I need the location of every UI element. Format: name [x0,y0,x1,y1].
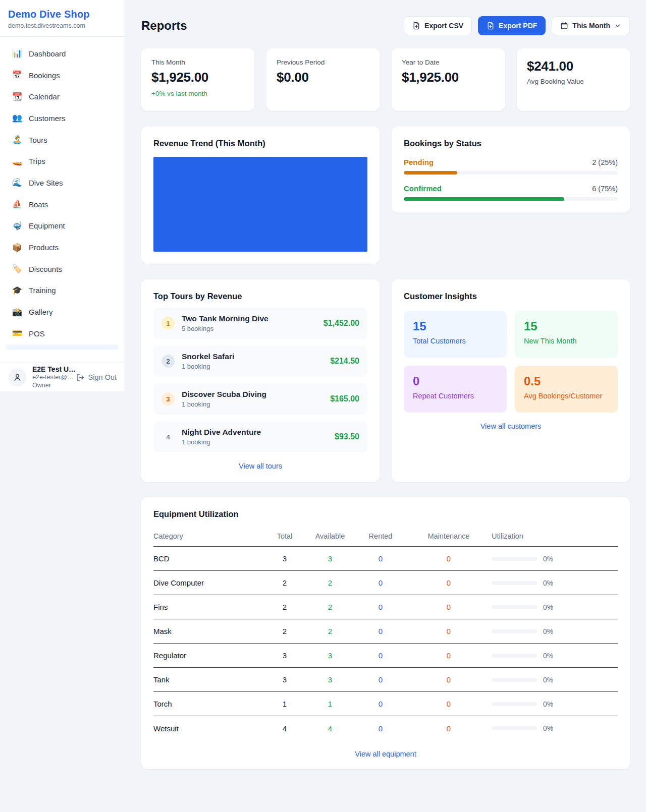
top-tours-title: Top Tours by Revenue [153,292,367,301]
tag-icon: 🏷️ [12,265,22,273]
equipment-table: Category Total Available Rented Maintena… [153,526,618,740]
dashboard-icon: 📊 [12,49,22,57]
tour-revenue: $214.50 [330,357,359,366]
sidebar-item-calendar[interactable]: 📆 Calendar [6,86,119,107]
stat-label: Avg Booking Value [527,78,620,85]
camera-icon: 📸 [12,308,22,316]
sidebar-item-equipment[interactable]: 🤿 Equipment [6,215,119,237]
sidebar-item-reports-partial[interactable] [6,344,119,350]
cell-total: 4 [264,724,305,733]
stat-card-year-to-date: Year to Date $1,925.00 [392,48,505,111]
cell-utilization: 0% [492,724,618,732]
column-header-total: Total [264,532,305,540]
revenue-trend-card: Revenue Trend (This Month) [141,127,380,264]
sidebar-item-gallery[interactable]: 📸 Gallery [6,301,119,323]
cell-category: Fins [153,603,264,611]
cell-utilization: 0% [492,579,618,587]
package-icon: 📦 [12,244,22,252]
utilization-bar [492,581,537,585]
insight-value: 15 [524,319,609,333]
cell-available: 2 [305,603,355,611]
utilization-pct: 0% [543,579,553,587]
sidebar-item-bookings[interactable]: 📅 Bookings [6,65,119,86]
sidebar-item-dashboard[interactable]: 📊 Dashboard [6,43,119,65]
sidebar-item-label: Calendar [29,92,60,101]
header-actions: Export CSV Export PDF This Month [404,16,630,35]
status-progressbar [404,197,618,201]
insight-label: New This Month [524,337,609,345]
cell-available: 1 [305,700,355,708]
brand-name: Demo Dive Shop [8,9,117,20]
brand: Demo Dive Shop demo.test.divestreams.com [0,0,125,37]
cell-available: 2 [305,627,355,635]
cell-available: 3 [305,554,355,563]
sidebar-item-boats[interactable]: ⛵ Boats [6,194,119,215]
sidebar-item-label: Bookings [29,71,60,80]
cell-total: 3 [264,651,305,660]
sidebar-item-products[interactable]: 📦 Products [6,237,119,258]
cell-maintenance: 0 [406,651,492,660]
sidebar-nav: 📊 Dashboard 📅 Bookings 📆 Calendar 👥 Cust… [0,37,125,363]
sidebar-item-customers[interactable]: 👥 Customers [6,107,119,129]
island-icon: 🏝️ [12,136,22,144]
table-row-tank: Tank 3 3 0 0 0% [153,668,618,692]
rank-badge: 3 [162,392,175,405]
cell-total: 2 [264,578,305,587]
table-row-dive-computer: Dive Computer 2 2 0 0 0% [153,571,618,595]
sidebar-item-discounts[interactable]: 🏷️ Discounts [6,258,119,280]
export-pdf-button[interactable]: Export PDF [478,16,546,35]
cell-utilization: 0% [492,700,618,708]
column-header-maintenance: Maintenance [406,532,492,540]
utilization-pct: 0% [543,555,553,563]
stat-card-avg-booking-value: $241.00 Avg Booking Value [517,48,630,111]
sidebar-item-training[interactable]: 🎓 Training [6,280,119,302]
utilization-bar [492,654,537,658]
cell-maintenance: 0 [406,700,492,708]
table-row-bcd: BCD 3 3 0 0 0% [153,547,618,571]
view-all-equipment-link[interactable]: View all equipment [153,750,618,758]
tour-row: 3 Discover Scuba Diving 1 booking $165.0… [153,383,367,415]
row-tours-insights: Top Tours by Revenue 1 Two Tank Morning … [141,279,630,482]
sidebar-item-trips[interactable]: 🚤 Trips [6,150,119,172]
utilization-pct: 0% [543,724,553,732]
main-content: Reports Export CSV Export PDF This Month [125,0,646,785]
tour-name: Night Dive Adventure [182,428,328,437]
status-row-confirmed: Confirmed 6 (75%) [404,184,618,201]
column-header-rented: Rented [355,532,406,540]
cell-category: Wetsuit [153,724,264,733]
status-progress-fill [404,171,457,175]
column-header-category: Category [153,532,264,540]
bookings-calendar-icon: 📅 [12,71,22,79]
sidebar-item-dive-sites[interactable]: 🌊 Dive Sites [6,172,119,194]
cell-available: 3 [305,651,355,660]
sidebar-item-tours[interactable]: 🏝️ Tours [6,129,119,151]
insight-value: 0 [413,374,498,388]
equipment-table-header: Category Total Available Rented Maintena… [153,526,618,547]
sidebar-item-pos[interactable]: 💳 POS [6,323,119,344]
view-all-tours-link[interactable]: View all tours [153,462,367,470]
sign-out-button[interactable]: Sign Out [76,373,117,382]
table-row-regulator: Regulator 3 3 0 0 0% [153,644,618,668]
status-label: Confirmed [404,184,442,193]
sidebar-item-label: Dashboard [29,49,66,58]
table-row-wetsuit: Wetsuit 4 4 0 0 0% [153,716,618,740]
utilization-bar [492,726,537,730]
export-csv-button[interactable]: Export CSV [404,16,472,35]
period-dropdown[interactable]: This Month [552,16,630,35]
utilization-pct: 0% [543,627,553,635]
tour-revenue: $165.00 [330,394,359,403]
insight-value: 15 [413,319,498,333]
status-count: 2 (25%) [592,158,618,166]
tour-bookings: 5 bookings [182,325,316,332]
cell-category: Tank [153,675,264,684]
status-progress-fill [404,197,564,201]
cell-utilization: 0% [492,676,618,684]
equipment-utilization-title: Equipment Utilization [153,509,618,519]
file-download-icon [487,22,495,30]
view-all-customers-link[interactable]: View all customers [404,422,618,430]
cell-category: Torch [153,700,264,708]
cell-total: 3 [264,554,305,563]
status-progressbar [404,171,618,175]
tour-name: Discover Scuba Diving [182,390,323,399]
cell-available: 3 [305,675,355,684]
